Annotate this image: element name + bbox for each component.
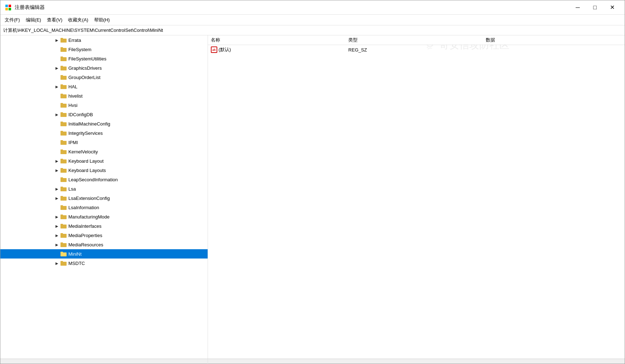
tree-item[interactable]: ▶ MediaResources (0, 240, 208, 249)
expand-icon (54, 74, 60, 80)
tree-item-label: KernelVelocity (68, 149, 98, 154)
expand-icon[interactable]: ▶ (54, 232, 60, 238)
tree-item-label: Lsa (68, 186, 76, 192)
expand-icon[interactable]: ▶ (54, 260, 60, 266)
tree-item[interactable]: ▶ ManufacturingMode (0, 212, 208, 221)
expand-icon[interactable]: ▶ (54, 158, 60, 164)
tree-item[interactable]: LsaInformation (0, 203, 208, 212)
tree-item[interactable]: FileSystemUtilities (0, 54, 208, 63)
expand-icon (54, 139, 60, 145)
expand-icon[interactable]: ▶ (54, 223, 60, 229)
svg-rect-37 (60, 187, 63, 188)
tree-item[interactable]: ▶ LsaExtensionConfig (0, 193, 208, 203)
tree-item-label: MSDTC (68, 261, 85, 266)
folder-icon (60, 102, 67, 108)
tree-item[interactable]: FileSystem (0, 45, 208, 54)
menu-edit[interactable]: 编辑(E) (23, 15, 44, 25)
folder-icon (60, 74, 67, 80)
folder-icon (60, 149, 67, 154)
registry-row[interactable]: ab (默认) REG_SZ (208, 45, 625, 55)
tree-item[interactable]: Hvsi (0, 100, 208, 110)
svg-rect-51 (60, 252, 63, 253)
minimize-button[interactable]: ─ (570, 2, 586, 13)
folder-icon (60, 84, 67, 89)
expand-icon (54, 251, 60, 257)
maximize-button[interactable]: □ (587, 2, 603, 13)
tree-item[interactable]: ▶ MediaInterfaces (0, 221, 208, 231)
expand-icon[interactable]: ▶ (54, 195, 60, 201)
expand-icon (54, 121, 60, 127)
tree-hscroll[interactable] (0, 359, 208, 364)
expand-icon (54, 93, 60, 99)
tree-item[interactable]: MiniNt (0, 249, 208, 259)
folder-icon (60, 121, 67, 127)
tree-item[interactable]: ▶ Keyboard Layout (0, 156, 208, 166)
expand-icon[interactable]: ▶ (54, 112, 60, 117)
tree-item-label: LsaInformation (68, 205, 99, 210)
app-icon (5, 4, 12, 11)
registry-scroll[interactable]: 名称 类型 数据 ab (默认) REG_SZ (208, 35, 625, 359)
svg-rect-25 (60, 131, 63, 132)
folder-icon (60, 177, 67, 182)
tree-item[interactable]: ▶ HAL (0, 82, 208, 91)
tree-item[interactable]: InitialMachineConfig (0, 119, 208, 128)
tree-item-label: Hvsi (68, 103, 77, 108)
menu-file[interactable]: 文件(F) (2, 15, 23, 25)
address-bar: 计算机\HKEY_LOCAL_MACHINE\SYSTEM\CurrentCon… (0, 25, 625, 35)
tree-item[interactable]: ▶ Errata (0, 35, 208, 45)
tree-scroll[interactable]: ▶ Errata FileSystem FileSystemUtilities▶… (0, 35, 208, 359)
tree-item-label: InitialMachineConfig (68, 121, 110, 127)
expand-icon[interactable]: ▶ (54, 214, 60, 220)
close-button[interactable]: ✕ (604, 2, 620, 13)
folder-icon (60, 56, 67, 62)
tree-item-label: ManufacturingMode (68, 214, 110, 220)
tree-item[interactable]: hivelist (0, 91, 208, 100)
col-type: 类型 (345, 35, 483, 45)
tree-item-label: IntegrityServices (68, 131, 103, 136)
tree-item[interactable]: ▶ IDConfigDB (0, 110, 208, 119)
right-panel: 名称 类型 数据 ab (默认) REG_SZ (208, 35, 625, 359)
tree-item[interactable]: LeapSecondInformation (0, 175, 208, 184)
title-bar: 注册表编辑器 ─ □ ✕ (0, 0, 625, 15)
menu-help[interactable]: 帮助(H) (91, 15, 113, 25)
tree-item-label: FileSystem (68, 47, 91, 52)
folder-icon (60, 167, 67, 173)
folder-icon (60, 214, 67, 220)
tree-item-label: Errata (68, 38, 81, 43)
tree-item-label: IPMI (68, 140, 78, 145)
registry-hscroll[interactable] (208, 359, 625, 364)
expand-icon (54, 205, 60, 210)
tree-item[interactable]: ▶ Keyboard Layouts (0, 166, 208, 175)
tree-item-label: GroupOrderList (68, 75, 101, 80)
tree-item-label: hivelist (68, 93, 83, 99)
svg-rect-19 (60, 103, 63, 104)
tree-item[interactable]: GroupOrderList (0, 73, 208, 82)
ab-icon: ab (211, 46, 217, 53)
tree-item[interactable]: IPMI (0, 138, 208, 147)
menu-favorites[interactable]: 收藏夹(A) (65, 15, 91, 25)
tree-item[interactable]: ▶ Lsa (0, 184, 208, 193)
svg-rect-43 (60, 215, 63, 216)
expand-icon[interactable]: ▶ (54, 242, 60, 247)
expand-icon[interactable]: ▶ (54, 65, 60, 71)
expand-icon[interactable]: ▶ (54, 84, 60, 89)
expand-icon[interactable]: ▶ (54, 37, 60, 43)
reg-type-cell: REG_SZ (345, 45, 483, 55)
folder-icon (60, 260, 67, 266)
menu-view[interactable]: 查看(V) (44, 15, 65, 25)
right-panel-container: 名称 类型 数据 ab (默认) REG_SZ (208, 35, 625, 359)
expand-icon[interactable]: ▶ (54, 167, 60, 173)
svg-rect-21 (60, 112, 63, 114)
tree-item[interactable]: ▶ MediaProperties (0, 231, 208, 240)
folder-icon (60, 112, 67, 117)
folder-icon (60, 93, 67, 99)
tree-item[interactable]: ▶ GraphicsDrivers (0, 63, 208, 73)
tree-item-label: GraphicsDrivers (68, 65, 102, 71)
tree-item[interactable]: IntegrityServices (0, 128, 208, 138)
tree-item[interactable]: ▶ MSDTC (0, 259, 208, 268)
tree-item[interactable]: KernelVelocity (0, 147, 208, 156)
expand-icon[interactable]: ▶ (54, 186, 60, 192)
tree-panel: ▶ Errata FileSystem FileSystemUtilities▶… (0, 35, 208, 359)
window-title: 注册表编辑器 (15, 4, 570, 11)
svg-rect-23 (60, 122, 63, 123)
